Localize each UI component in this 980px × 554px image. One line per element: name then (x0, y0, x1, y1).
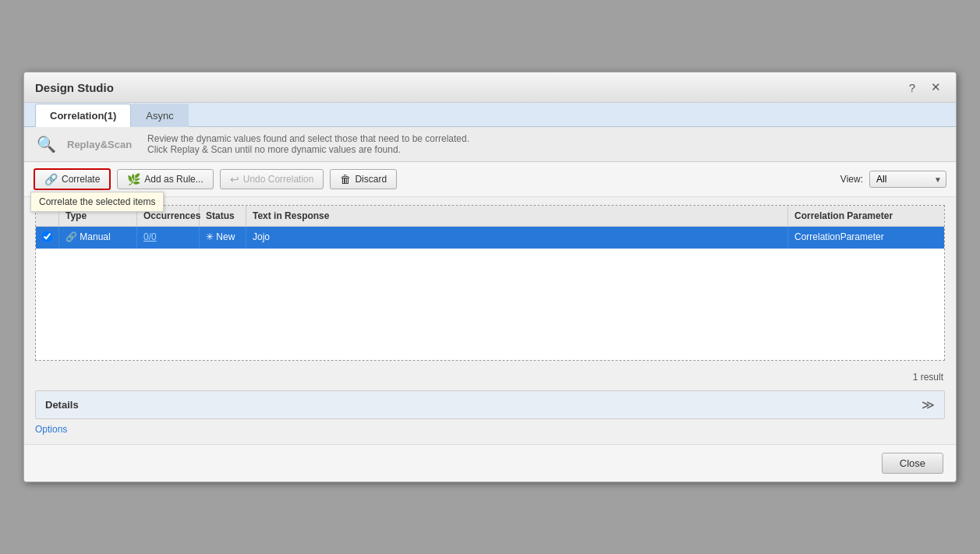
details-chevron-icon: ≫ (922, 397, 935, 412)
add-rule-icon: 🌿 (127, 173, 140, 185)
correlation-table: Type Occurrences Status Text in Response… (35, 205, 945, 361)
row-text-in-response: Jojo (246, 227, 788, 249)
row-occurrences: 0/0 (137, 227, 200, 249)
correlate-icon: 🔗 (44, 173, 58, 185)
col-correlation-parameter: Correlation Parameter (788, 206, 944, 226)
new-icon: ✳ (206, 231, 216, 242)
row-checkbox (36, 227, 59, 249)
search-icon: 🔍 (37, 135, 56, 153)
correlate-tooltip: Correlate the selected items (30, 192, 164, 212)
col-text-in-response: Text in Response (246, 206, 788, 226)
details-section: Details ≫ (35, 390, 945, 419)
close-titlebar-button[interactable]: ✕ (927, 79, 945, 96)
view-label: View: (840, 174, 863, 185)
scan-description: Review the dynamic values found and sele… (147, 133, 469, 155)
row-type: 🔗 Manual (59, 227, 137, 249)
discard-icon: 🗑 (340, 173, 351, 185)
table-header: Type Occurrences Status Text in Response… (36, 206, 944, 227)
col-status: Status (200, 206, 246, 226)
tab-correlation[interactable]: Correlation(1) (35, 104, 131, 127)
discard-button[interactable]: 🗑 Discard (330, 169, 397, 189)
view-control: View: All Correlated Uncorrelated ▼ (840, 171, 946, 188)
undo-correlation-button[interactable]: ↩ Undo Correlation (220, 169, 324, 189)
row-status: ✳ New (200, 227, 246, 249)
table-row[interactable]: 🔗 Manual 0/0 ✳ New Jojo CorrelationParam… (36, 227, 944, 249)
results-count: 1 result (24, 369, 956, 386)
scan-bar: 🔍 Replay&Scan Review the dynamic values … (24, 127, 956, 162)
tab-async[interactable]: Async (131, 104, 188, 127)
dialog-title: Design Studio (35, 81, 114, 94)
footer: Close (24, 444, 956, 482)
row-correlation-parameter: CorrelationParameter (788, 227, 944, 249)
titlebar: Design Studio ? ✕ (24, 72, 956, 103)
add-as-rule-button[interactable]: 🌿 Add as Rule... (117, 169, 213, 189)
view-select-wrapper: All Correlated Uncorrelated ▼ (869, 171, 946, 188)
details-title: Details (45, 399, 79, 411)
replay-scan-label: Replay&Scan (67, 139, 132, 150)
manual-icon: 🔗 (65, 231, 80, 242)
design-studio-dialog: Design Studio ? ✕ Correlation(1) Async 🔍… (23, 72, 957, 482)
titlebar-controls: ? ✕ (905, 79, 945, 96)
options-link[interactable]: Options (24, 419, 78, 439)
toolbar: 🔗 Correlate Correlate the selected items… (24, 162, 956, 197)
correlate-button[interactable]: 🔗 Correlate (34, 168, 111, 190)
undo-icon: ↩ (230, 173, 239, 185)
details-header[interactable]: Details ≫ (36, 391, 944, 418)
help-button[interactable]: ? (905, 79, 919, 96)
view-select[interactable]: All Correlated Uncorrelated (869, 171, 946, 188)
tabs-bar: Correlation(1) Async (24, 103, 956, 127)
close-button[interactable]: Close (882, 453, 943, 474)
row-checkbox-input[interactable] (42, 231, 52, 242)
